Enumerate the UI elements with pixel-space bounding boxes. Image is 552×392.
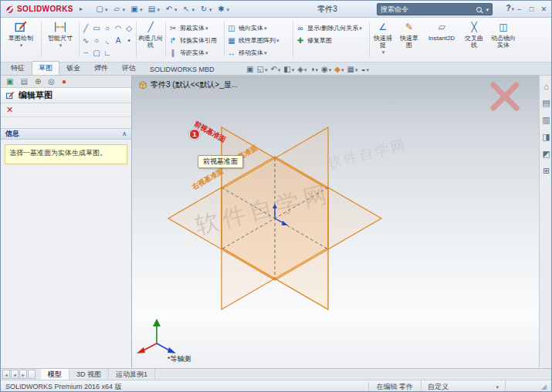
- tab-solidworks-mbd[interactable]: SOLIDWORKS MBD: [143, 63, 222, 75]
- feature-tree-flyout[interactable]: 零件3 (默认<<默认>_显...: [138, 79, 238, 90]
- repair-sketch-button[interactable]: ✚ 修复草图: [295, 35, 367, 46]
- custom-properties-icon[interactable]: ⊞: [543, 166, 550, 176]
- appearances-scenes-icon[interactable]: ◩: [542, 149, 550, 159]
- search-input[interactable]: [381, 5, 475, 13]
- hide-show-items-button[interactable]: ◉: [321, 65, 331, 73]
- design-library-icon[interactable]: ▤: [542, 98, 550, 108]
- display-delete-relations-button[interactable]: ∞ 显示/删除几何关系: [295, 22, 367, 34]
- ellipse-button[interactable]: ○: [91, 34, 102, 46]
- offset-entities-button[interactable]: ∥ 等距实体: [168, 47, 222, 59]
- ds-logo-icon: [5, 4, 15, 14]
- instant2d-button[interactable]: ▱ Instant2D: [424, 19, 459, 62]
- intersection-curve-button[interactable]: ╳ 交叉曲线: [462, 19, 486, 62]
- view-palette-icon[interactable]: ◨: [542, 132, 550, 142]
- pm-message-section-header[interactable]: 信息 ∧: [1, 128, 131, 140]
- dimxpertmanager-tab-icon[interactable]: ⊕: [35, 77, 41, 86]
- tab-motion-study-1[interactable]: 运动算例1: [109, 369, 155, 380]
- tab-features[interactable]: 特征: [4, 61, 32, 75]
- minimize-button[interactable]: –: [514, 3, 524, 15]
- propertymanager-tab-icon[interactable]: ▣: [6, 77, 13, 86]
- tab-3d-views[interactable]: 3D 视图: [69, 369, 109, 380]
- zoom-fit-button[interactable]: ▣: [246, 65, 253, 73]
- arc-button[interactable]: ◠: [113, 22, 124, 34]
- rapid-sketch-button[interactable]: ✎ 快速草图: [398, 19, 421, 62]
- display-style-button[interactable]: ◑: [310, 65, 319, 73]
- search-caret-icon[interactable]: [485, 5, 489, 13]
- right-plane-label[interactable]: 右视基准面: [190, 167, 225, 192]
- tabs-scroll-start-button[interactable]: ◂: [2, 370, 10, 379]
- tab-model[interactable]: 模型: [41, 369, 69, 380]
- new-button[interactable]: ▢: [93, 4, 110, 14]
- view-orientation-button[interactable]: ◈: [297, 65, 306, 73]
- section-view-button[interactable]: ◧: [283, 65, 294, 73]
- file-explorer-icon[interactable]: ▥: [542, 115, 550, 125]
- solidworks-resources-icon[interactable]: ⌂: [544, 82, 549, 91]
- previous-view-button[interactable]: ↶: [270, 65, 280, 73]
- select-button[interactable]: ↖: [180, 4, 196, 14]
- pane-preview-tab-icon[interactable]: ●: [62, 77, 66, 86]
- line-button[interactable]: ╱: [80, 22, 91, 34]
- slot-button[interactable]: ▢: [91, 46, 102, 59]
- titlebar: SOLIDWORKS ▸ ▢▱▣▤↶↖↻✱ 零件3 ? – □ ✕: [1, 1, 551, 18]
- centerline-icon: ╌: [83, 49, 88, 57]
- point-button[interactable]: •: [124, 34, 134, 46]
- dropdown-caret-icon: [104, 5, 108, 13]
- close-button[interactable]: ✕: [539, 3, 549, 15]
- tabs-splitter-handle[interactable]: [28, 370, 36, 379]
- ellipse-icon: ○: [94, 36, 99, 45]
- collapse-chevron-icon[interactable]: ∧: [122, 130, 127, 137]
- feature-tree-root-label[interactable]: 零件3 (默认<<默认>_显...: [151, 79, 238, 90]
- mirror-entities-button[interactable]: ◫ 镜向实体: [226, 22, 291, 34]
- fillet-button[interactable]: ◟: [102, 34, 113, 46]
- trim-group: ✂ 剪裁实体 ↱ 转换实体引用 ∥ 等距实体: [168, 19, 222, 62]
- edit-appearance-button[interactable]: ◆: [334, 65, 344, 73]
- custom-status-dropdown[interactable]: 自定义: [421, 380, 506, 392]
- command-search[interactable]: [377, 3, 493, 15]
- convert-entities-label: 转换实体引用: [180, 36, 217, 45]
- sketch-label: 草图绘制: [2, 35, 39, 42]
- move-entities-button[interactable]: ↔ 移动实体: [226, 47, 291, 59]
- tabs-scroll-left-button[interactable]: ◂: [11, 370, 19, 379]
- open-button[interactable]: ▱: [110, 4, 127, 14]
- cancel-sketch-corner-button[interactable]: [493, 85, 516, 108]
- search-icon[interactable]: [476, 7, 482, 12]
- spline-button[interactable]: ∿: [80, 34, 91, 46]
- help-button[interactable]: ?: [506, 4, 514, 12]
- maximize-button[interactable]: □: [527, 3, 537, 15]
- dropdown-caret-icon: [328, 65, 332, 73]
- save-button[interactable]: ▣: [128, 4, 144, 14]
- spline-icon: ∿: [83, 36, 89, 45]
- rebuild-button[interactable]: ↻: [198, 4, 214, 14]
- construction-geometry-button[interactable]: ╱ 构造几何线: [137, 19, 164, 62]
- polygon-button[interactable]: ◇: [124, 22, 134, 34]
- options-button[interactable]: ✱: [215, 4, 232, 14]
- convert-entities-button[interactable]: ↱ 转换实体引用: [168, 35, 222, 46]
- configurationmanager-tab-icon[interactable]: ▤: [20, 77, 27, 86]
- print-button[interactable]: ▤: [145, 4, 161, 14]
- tab-evaluate[interactable]: 评估: [115, 61, 143, 75]
- apply-scene-button[interactable]: ▦: [347, 65, 358, 73]
- tab-sketch[interactable]: 草图: [32, 61, 59, 75]
- tab-weldments[interactable]: 焊件: [87, 61, 115, 75]
- linear-sketch-pattern-button[interactable]: ▦ 线性草图阵列: [226, 35, 291, 46]
- smart-dimension-button[interactable]: 智能尺寸: [42, 19, 78, 62]
- dynamic-mirror-button[interactable]: ◫ 动态镜向实体: [489, 19, 518, 62]
- centerline-button[interactable]: ╌: [80, 46, 91, 59]
- pm-cancel-button[interactable]: ✕: [6, 105, 13, 115]
- displaymanager-tab-icon[interactable]: ◎: [48, 77, 55, 86]
- view-settings-button[interactable]: ◒: [361, 65, 370, 73]
- menu-expand-icon[interactable]: ▸: [80, 5, 83, 12]
- solidworks-logo[interactable]: SOLIDWORKS: [1, 4, 77, 14]
- tabs-scroll-right-button[interactable]: ▸: [19, 370, 27, 379]
- rectangle-button[interactable]: ▭: [91, 22, 102, 34]
- jog-line-button[interactable]: ∟: [102, 46, 113, 59]
- circle-button[interactable]: ○: [102, 22, 113, 34]
- zoom-area-button[interactable]: ◱: [256, 65, 267, 73]
- sketch-button[interactable]: 草图绘制: [2, 19, 39, 62]
- text-button[interactable]: A: [113, 34, 124, 46]
- trim-entities-button[interactable]: ✂ 剪裁实体: [168, 22, 222, 34]
- quick-snaps-button[interactable]: ∠ 快速捕捉: [371, 19, 395, 62]
- tab-sheet-metal[interactable]: 钣金: [59, 61, 87, 75]
- undo-button[interactable]: ↶: [163, 4, 179, 14]
- graphics-area[interactable]: 软件自学网 软件自学网 前视基准面 上视基准面 右视基准面: [132, 76, 539, 368]
